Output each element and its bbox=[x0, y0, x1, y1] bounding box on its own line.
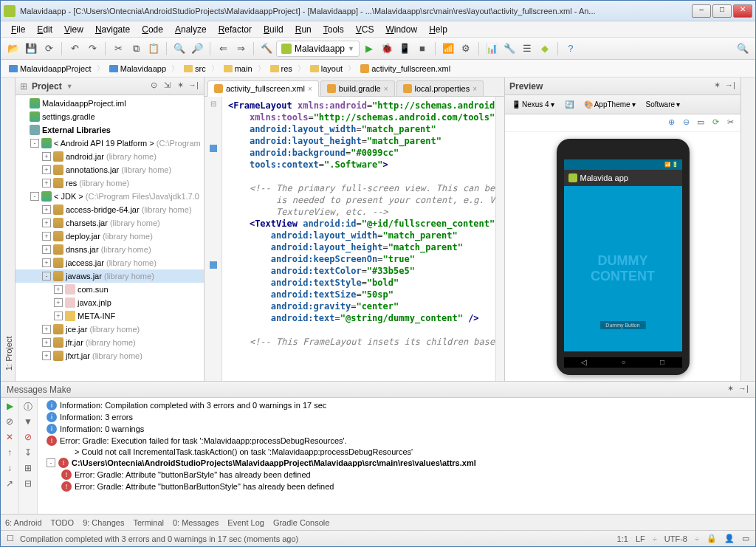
collapse-icon[interactable]: ⇲ bbox=[161, 80, 173, 92]
tree-expand-icon[interactable]: + bbox=[42, 338, 51, 347]
tree-expand-icon[interactable]: + bbox=[42, 152, 51, 161]
menu-edit[interactable]: Edit bbox=[32, 23, 57, 36]
save-icon[interactable]: 💾 bbox=[23, 41, 39, 57]
hide-icon[interactable]: →| bbox=[188, 80, 199, 92]
breadcrumb-item[interactable]: layout bbox=[306, 63, 346, 74]
tree-node[interactable]: +dnsns.jar (library home) bbox=[16, 243, 204, 256]
menu-view[interactable]: View bbox=[60, 23, 88, 36]
device-dropdown[interactable]: 📱 Nexus 4▾ bbox=[508, 98, 558, 111]
tree-node[interactable]: +javax.jnlp bbox=[16, 296, 204, 309]
editor-gutter[interactable]: ⊟ bbox=[205, 97, 222, 381]
messages-settings-icon[interactable]: ✶ bbox=[724, 384, 736, 396]
tree-expand-icon[interactable]: + bbox=[42, 179, 51, 188]
insert-mode-icon[interactable]: 🔒 bbox=[707, 534, 717, 543]
search-everywhere-icon[interactable]: 🔍 bbox=[735, 41, 751, 57]
editor-tab[interactable]: build.gradle× bbox=[320, 80, 395, 96]
copy-icon[interactable]: ⧉ bbox=[128, 41, 144, 57]
menu-navigate[interactable]: Navigate bbox=[91, 23, 134, 36]
menu-window[interactable]: Window bbox=[381, 23, 422, 36]
replace-icon[interactable]: 🔎 bbox=[189, 41, 205, 57]
tree-node[interactable]: +jaccess.jar (library home) bbox=[16, 256, 204, 269]
tab-close-icon[interactable]: × bbox=[384, 85, 388, 93]
tree-node[interactable]: +android.jar (library home) bbox=[16, 150, 204, 163]
sync-icon[interactable]: ⟳ bbox=[41, 41, 57, 57]
stop-icon[interactable]: ✕ bbox=[3, 432, 16, 445]
bottom-tab[interactable]: Event Log bbox=[227, 518, 264, 527]
message-row[interactable]: !Error: Gradle: Attribute "buttonBarStyl… bbox=[41, 469, 752, 481]
tree-node[interactable]: +jce.jar (library home) bbox=[16, 323, 204, 336]
tab-close-icon[interactable]: × bbox=[472, 85, 477, 93]
message-row[interactable]: -!C:\Users\Ontecnia\AndroidStudioProject… bbox=[41, 457, 752, 469]
tree-expand-icon[interactable]: + bbox=[42, 325, 51, 334]
up-icon[interactable]: ↑ bbox=[3, 447, 16, 461]
messages-list[interactable]: iInformation: Compilation completed with… bbox=[38, 398, 755, 514]
menu-file[interactable]: File bbox=[7, 23, 30, 36]
tree-node[interactable]: +deploy.jar (library home) bbox=[16, 230, 204, 243]
tree-node[interactable]: +META-INF bbox=[16, 309, 204, 323]
memory-icon[interactable]: ▭ bbox=[742, 534, 749, 543]
refresh-icon[interactable]: ⟳ bbox=[709, 117, 721, 129]
redo-icon[interactable]: ↷ bbox=[84, 41, 100, 57]
make-icon[interactable]: 🔨 bbox=[258, 41, 275, 57]
zoom-out-icon[interactable]: ⊖ bbox=[680, 117, 692, 129]
tree-node[interactable]: External Libraries bbox=[16, 123, 204, 137]
run-icon[interactable]: ▶ bbox=[361, 41, 377, 57]
message-row[interactable]: iInformation: 0 warnings bbox=[41, 423, 752, 435]
code-editor[interactable]: <FrameLayout xmlns:android="http://schem… bbox=[222, 97, 495, 381]
menu-code[interactable]: Code bbox=[137, 23, 168, 36]
menu-analyze[interactable]: Analyze bbox=[171, 23, 211, 36]
menu-run[interactable]: Run bbox=[291, 23, 316, 36]
bottom-tab[interactable]: 6: Android bbox=[5, 518, 42, 527]
message-row[interactable]: iInformation: Compilation completed with… bbox=[41, 399, 752, 411]
android-monitor-icon[interactable]: ◆ bbox=[537, 41, 553, 57]
tree-node[interactable]: +jfr.jar (library home) bbox=[16, 336, 204, 349]
attach-icon[interactable]: 📱 bbox=[396, 41, 413, 57]
zoom-in-icon[interactable]: ⊕ bbox=[665, 117, 677, 129]
filter-icon[interactable]: ▼ bbox=[21, 416, 35, 430]
message-row[interactable]: !Error: Gradle: Attribute "buttonBarButt… bbox=[41, 481, 752, 492]
preview-settings-icon[interactable]: ✶ bbox=[711, 80, 723, 92]
breadcrumb-item[interactable]: res bbox=[267, 63, 296, 74]
debug-icon[interactable]: 🐞 bbox=[379, 41, 395, 57]
tree-node[interactable]: MalavidaappProject.iml bbox=[16, 97, 204, 110]
software-dropdown[interactable]: Software▾ bbox=[642, 98, 684, 111]
gutter-marker[interactable] bbox=[210, 145, 217, 152]
tree-node[interactable]: -< JDK > (C:\Program Files\Java\jdk1.7.0 bbox=[16, 190, 204, 203]
tree-node[interactable]: +annotations.jar (library home) bbox=[16, 163, 204, 176]
export-icon[interactable]: ↗ bbox=[3, 478, 16, 492]
back-icon[interactable]: ⇐ bbox=[215, 41, 231, 57]
tree-expand-icon[interactable]: + bbox=[42, 232, 51, 241]
avd-icon[interactable]: 📶 bbox=[440, 41, 456, 57]
breadcrumb-item[interactable]: main bbox=[220, 63, 256, 74]
caret-position[interactable]: 1:1 bbox=[617, 534, 628, 543]
bottom-tab[interactable]: 0: Messages bbox=[173, 518, 219, 527]
message-row[interactable]: !Error: Gradle: Execution failed for tas… bbox=[41, 435, 752, 447]
project-tree[interactable]: MalavidaappProject.imlsettings.gradleExt… bbox=[16, 95, 204, 381]
breadcrumb-item[interactable]: Malavidaapp bbox=[106, 63, 170, 74]
expand-icon[interactable]: ⊞ bbox=[21, 463, 35, 476]
bottom-tab[interactable]: 9: Changes bbox=[83, 518, 124, 527]
filter-info-icon[interactable]: ⓘ bbox=[21, 401, 35, 414]
line-ending[interactable]: LF bbox=[636, 534, 645, 543]
tree-expand-icon[interactable]: + bbox=[54, 285, 63, 294]
preview-hide-icon[interactable]: →| bbox=[724, 80, 736, 92]
breadcrumb-item[interactable]: MalavidaappProject bbox=[5, 63, 95, 74]
messages-hide-icon[interactable]: →| bbox=[738, 384, 749, 396]
bottom-tab[interactable]: Gradle Console bbox=[273, 518, 329, 527]
tree-node[interactable]: +jfxrt.jar (library home) bbox=[16, 349, 204, 362]
rerun-icon[interactable]: ▶ bbox=[3, 401, 16, 414]
screenshot-icon[interactable]: ✂ bbox=[724, 117, 736, 129]
editor-scrollbar[interactable] bbox=[495, 97, 504, 381]
bottom-tab[interactable]: Terminal bbox=[133, 518, 164, 527]
theme-dropdown[interactable]: 🎨AppTheme▾ bbox=[580, 98, 639, 111]
preview-canvas[interactable]: 📶 🔋 Malavida app DUMMY CONTENT Dummy But… bbox=[505, 132, 740, 381]
orientation-icon[interactable]: 🔄 bbox=[561, 98, 577, 111]
menu-tools[interactable]: Tools bbox=[319, 23, 348, 36]
filter-error-icon[interactable]: ⊘ bbox=[21, 432, 35, 445]
tree-node[interactable]: +charsets.jar (library home) bbox=[16, 216, 204, 230]
editor-tab[interactable]: local.properties× bbox=[396, 80, 484, 96]
paste-icon[interactable]: 📋 bbox=[145, 41, 162, 57]
collapse-all-icon[interactable]: ⊟ bbox=[21, 478, 35, 492]
tree-node[interactable]: -< Android API 19 Platform > (C:\Program bbox=[16, 137, 204, 150]
hector-icon[interactable]: 👤 bbox=[724, 534, 735, 543]
